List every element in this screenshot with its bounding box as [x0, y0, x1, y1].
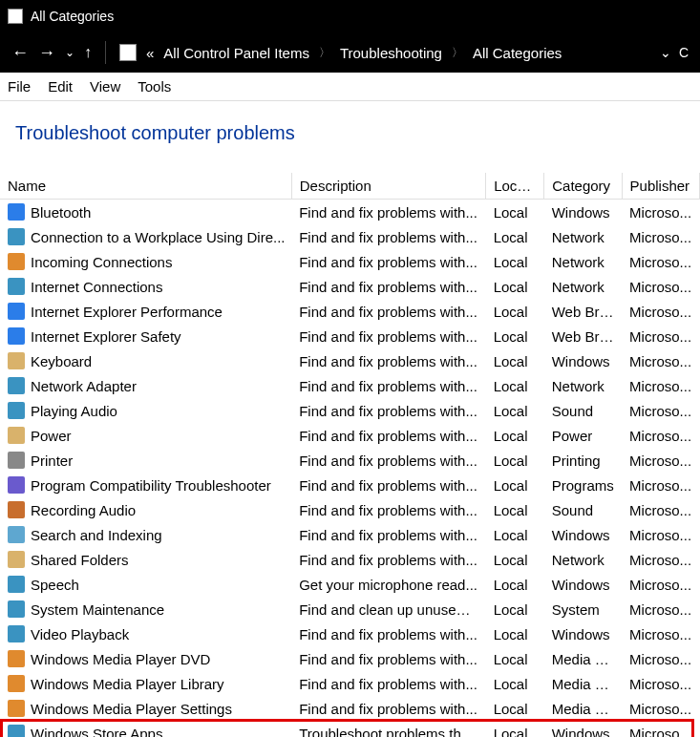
- item-icon: [8, 700, 25, 717]
- breadcrumb-item-all-categories[interactable]: All Categories: [473, 45, 562, 61]
- up-button[interactable]: ↑: [84, 44, 92, 61]
- table-row[interactable]: Windows Media Player SettingsFind and fi…: [0, 696, 700, 721]
- cell-location: Local: [486, 646, 544, 671]
- cell-location: Local: [486, 398, 544, 423]
- cell-category: Network: [544, 373, 622, 398]
- table-row[interactable]: Windows Store AppsTroubleshoot problems …: [0, 721, 700, 737]
- cell-publisher: Microso...: [622, 497, 699, 522]
- cell-publisher: Microso...: [622, 522, 699, 547]
- table-row[interactable]: BluetoothFind and fix problems with...Lo…: [0, 200, 700, 225]
- cell-category: Windows: [544, 200, 622, 225]
- table-row[interactable]: Internet Explorer PerformanceFind and fi…: [0, 299, 700, 324]
- cell-name: Printer: [0, 448, 291, 473]
- item-icon: [8, 650, 25, 667]
- forward-button[interactable]: →: [38, 43, 55, 63]
- table-row[interactable]: KeyboardFind and fix problems with...Loc…: [0, 348, 700, 373]
- page-heading: Troubleshoot computer problems: [0, 101, 700, 173]
- cell-name: Windows Media Player DVD: [0, 646, 291, 671]
- back-button[interactable]: ←: [11, 43, 29, 63]
- cell-description: Find and fix problems with...: [291, 671, 485, 696]
- col-location[interactable]: Locat...: [486, 173, 544, 200]
- nav-bar: ← → ⌄ ↑ « All Control Panel Items 〉 Trou…: [0, 32, 700, 73]
- table-row[interactable]: Playing AudioFind and fix problems with.…: [0, 398, 700, 423]
- item-icon: [8, 228, 25, 245]
- cell-description: Troubleshoot problems th...: [291, 721, 485, 737]
- table-row[interactable]: Internet Explorer SafetyFind and fix pro…: [0, 324, 700, 348]
- col-category[interactable]: Category: [544, 173, 622, 200]
- cell-publisher: Microso...: [622, 224, 699, 249]
- table-row[interactable]: Program Compatibility TroubleshooterFind…: [0, 473, 700, 497]
- item-icon: [8, 402, 25, 419]
- cell-name: Keyboard: [0, 348, 291, 373]
- cell-location: Local: [486, 621, 544, 646]
- table-row[interactable]: Internet ConnectionsFind and fix problem…: [0, 274, 700, 299]
- item-icon: [8, 526, 25, 543]
- item-icon: [8, 452, 25, 469]
- cell-description: Find and fix problems with...: [291, 522, 485, 547]
- cell-name: Shared Folders: [0, 547, 291, 572]
- table-row[interactable]: System MaintenanceFind and clean up unus…: [0, 597, 700, 621]
- cell-category: Media P...: [544, 671, 622, 696]
- col-publisher[interactable]: Publisher: [622, 173, 699, 200]
- cell-category: Windows: [544, 348, 622, 373]
- cell-category: Windows: [544, 721, 622, 737]
- item-icon: [8, 352, 25, 369]
- cell-location: Local: [486, 423, 544, 448]
- table-row[interactable]: SpeechGet your microphone read...LocalWi…: [0, 572, 700, 597]
- item-name: Internet Explorer Performance: [31, 304, 223, 320]
- item-icon: [8, 327, 25, 345]
- table-row[interactable]: Shared FoldersFind and fix problems with…: [0, 547, 700, 572]
- cell-publisher: Microso...: [622, 200, 699, 225]
- table-row[interactable]: Network AdapterFind and fix problems wit…: [0, 373, 700, 398]
- item-name: Printer: [31, 453, 73, 469]
- breadcrumb-item-troubleshooting[interactable]: Troubleshooting: [340, 45, 442, 61]
- table-row[interactable]: PrinterFind and fix problems with...Loca…: [0, 448, 700, 473]
- table-row[interactable]: Windows Media Player DVDFind and fix pro…: [0, 646, 700, 671]
- table-row[interactable]: Connection to a Workplace Using Dire...F…: [0, 224, 700, 249]
- cell-category: Sound: [544, 497, 622, 522]
- cell-name: Network Adapter: [0, 373, 291, 398]
- item-name: Windows Media Player DVD: [31, 651, 210, 667]
- item-name: Shared Folders: [31, 552, 129, 568]
- table-row[interactable]: Recording AudioFind and fix problems wit…: [0, 497, 700, 522]
- cell-name: Search and Indexing: [0, 522, 291, 547]
- cell-publisher: Microso...: [622, 646, 699, 671]
- item-icon: [8, 625, 25, 642]
- col-name[interactable]: Name: [0, 173, 291, 200]
- chevron-right-icon: 〉: [452, 45, 463, 61]
- cell-name: Internet Explorer Performance: [0, 299, 291, 324]
- item-name: Program Compatibility Troubleshooter: [31, 477, 271, 494]
- item-icon: [8, 551, 25, 568]
- cell-category: Media P...: [544, 696, 622, 721]
- cell-location: Local: [486, 274, 544, 299]
- cell-publisher: Microso...: [622, 473, 699, 497]
- cell-name: Internet Connections: [0, 274, 291, 299]
- cell-location: Local: [486, 324, 544, 348]
- table-row[interactable]: Incoming ConnectionsFind and fix problem…: [0, 249, 700, 274]
- menu-file[interactable]: File: [8, 78, 31, 95]
- cell-location: Local: [486, 671, 544, 696]
- cell-name: Incoming Connections: [0, 249, 291, 274]
- menu-view[interactable]: View: [90, 78, 120, 95]
- menu-tools[interactable]: Tools: [138, 78, 171, 95]
- cell-description: Find and fix problems with...: [291, 373, 485, 398]
- cell-location: Local: [486, 721, 544, 737]
- item-name: Windows Media Player Settings: [31, 701, 232, 717]
- col-description[interactable]: Description: [291, 173, 485, 200]
- address-dropdown[interactable]: ⌄ C: [660, 45, 689, 60]
- cell-publisher: Microso...: [622, 721, 699, 737]
- cell-publisher: Microso...: [622, 621, 699, 646]
- cell-location: Local: [486, 224, 544, 249]
- cell-name: Speech: [0, 572, 291, 597]
- table-row[interactable]: PowerFind and fix problems with...LocalP…: [0, 423, 700, 448]
- cell-description: Find and fix problems with...: [291, 249, 485, 274]
- table-row[interactable]: Search and IndexingFind and fix problems…: [0, 522, 700, 547]
- table-row[interactable]: Windows Media Player LibraryFind and fix…: [0, 671, 700, 696]
- table-row[interactable]: Video PlaybackFind and fix problems with…: [0, 621, 700, 646]
- menu-edit[interactable]: Edit: [48, 78, 73, 95]
- cell-description: Find and fix problems with...: [291, 621, 485, 646]
- item-icon: [8, 203, 25, 221]
- recent-dropdown[interactable]: ⌄: [65, 46, 74, 59]
- breadcrumb-item-control-panel[interactable]: All Control Panel Items: [163, 45, 309, 61]
- cell-category: Network: [544, 224, 622, 249]
